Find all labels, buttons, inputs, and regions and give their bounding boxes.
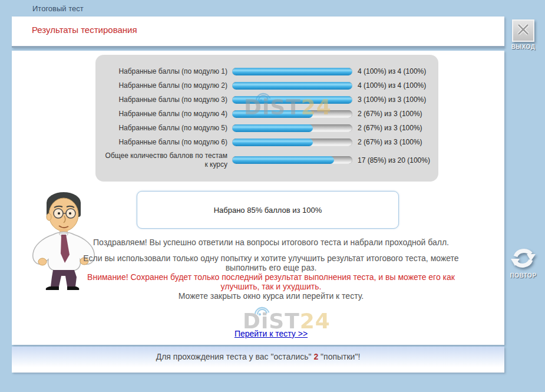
row-label: Набранные баллы (по модулю 5) bbox=[101, 124, 227, 132]
goto-test-link-row: Перейти к тесту >> bbox=[81, 328, 461, 339]
retry-info-text: Если вы использовали только одну попытку… bbox=[81, 253, 461, 272]
row-value: 2 (67%) из 3 (100%) bbox=[358, 110, 422, 118]
row-label: Общее количество баллов по тестам к курс… bbox=[101, 151, 227, 168]
score-summary-box: Набрано 85% баллов из 100% bbox=[137, 191, 399, 229]
progress-fill bbox=[232, 110, 313, 118]
exit-button-label: ВЫХОД bbox=[503, 44, 544, 50]
close-info-text: Можете закрыть окно курса или перейти к … bbox=[81, 291, 461, 301]
progress-fill bbox=[232, 139, 313, 146]
attempts-text-suffix: "попытки"! bbox=[321, 352, 360, 361]
goto-test-link[interactable]: Перейти к тесту >> bbox=[234, 329, 308, 338]
window-title: Итоговый тест bbox=[32, 4, 84, 13]
progress-bar bbox=[232, 82, 352, 90]
row-value: 3 (100%) из 3 (100%) bbox=[358, 95, 426, 104]
result-row: Набранные баллы (по модулю 6) 2 (67%) из… bbox=[95, 135, 438, 149]
result-row: Набранные баллы (по модулю 1) 4 (100%) и… bbox=[95, 64, 438, 78]
result-row: Набранные баллы (по модулю 3) 3 (100%) и… bbox=[95, 93, 438, 107]
row-value: 2 (67%) из 3 (100%) bbox=[358, 138, 422, 146]
repeat-button-label: ПОВТОР bbox=[503, 272, 544, 279]
content-panel: Набранные баллы (по модулю 1) 4 (100%) и… bbox=[12, 51, 504, 345]
progress-fill bbox=[232, 156, 334, 164]
result-row: Общее количество баллов по тестам к курс… bbox=[95, 149, 438, 171]
attempts-text-prefix: Для прохождения теста у вас "остались" bbox=[156, 352, 312, 361]
attempts-bar: Для прохождения теста у вас "остались" 2… bbox=[12, 347, 504, 373]
row-value: 17 (85%) из 20 (100%) bbox=[358, 156, 430, 164]
results-rows: Набранные баллы (по модулю 1) 4 (100%) и… bbox=[95, 64, 438, 171]
row-label: Набранные баллы (по модулю 2) bbox=[101, 81, 227, 90]
result-messages: Поздравляем! Вы успешно ответили на вопр… bbox=[81, 238, 461, 301]
congrats-text: Поздравляем! Вы успешно ответили на вопр… bbox=[81, 238, 461, 247]
results-header-panel: Результаты тестирования bbox=[12, 17, 504, 48]
warning-text: Внимание! Сохранен будет только последни… bbox=[81, 272, 461, 291]
progress-bar bbox=[232, 139, 352, 146]
progress-fill bbox=[232, 82, 352, 90]
row-value: 4 (100%) из 4 (100%) bbox=[358, 67, 426, 75]
progress-fill bbox=[232, 96, 352, 104]
progress-fill bbox=[232, 68, 352, 75]
result-row: Набранные баллы (по модулю 4) 2 (67%) из… bbox=[95, 107, 438, 121]
progress-bar bbox=[232, 156, 352, 164]
result-row: Набранные баллы (по модулю 5) 2 (67%) из… bbox=[95, 121, 438, 135]
progress-bar bbox=[232, 124, 352, 132]
results-panel: Набранные баллы (по модулю 1) 4 (100%) и… bbox=[95, 55, 438, 182]
row-value: 4 (100%) из 4 (100%) bbox=[358, 81, 426, 90]
progress-bar bbox=[232, 110, 352, 118]
row-label: Набранные баллы (по модулю 1) bbox=[101, 67, 227, 75]
page-title: Результаты тестирования bbox=[32, 25, 137, 35]
score-summary-text: Набрано 85% баллов из 100% bbox=[214, 206, 322, 215]
row-label: Набранные баллы (по модулю 4) bbox=[101, 110, 227, 118]
progress-bar bbox=[232, 68, 352, 75]
repeat-button[interactable] bbox=[508, 244, 539, 274]
row-label: Набранные баллы (по модулю 3) bbox=[101, 95, 227, 104]
progress-bar bbox=[232, 96, 352, 104]
row-label: Набранные баллы (по модулю 6) bbox=[101, 138, 227, 146]
progress-fill bbox=[232, 124, 313, 132]
attempts-count: 2 bbox=[313, 352, 318, 361]
close-icon bbox=[516, 22, 531, 39]
exit-button[interactable] bbox=[512, 19, 534, 42]
row-value: 2 (67%) из 3 (100%) bbox=[358, 124, 422, 132]
result-row: Набранные баллы (по модулю 2) 4 (100%) и… bbox=[95, 78, 438, 93]
